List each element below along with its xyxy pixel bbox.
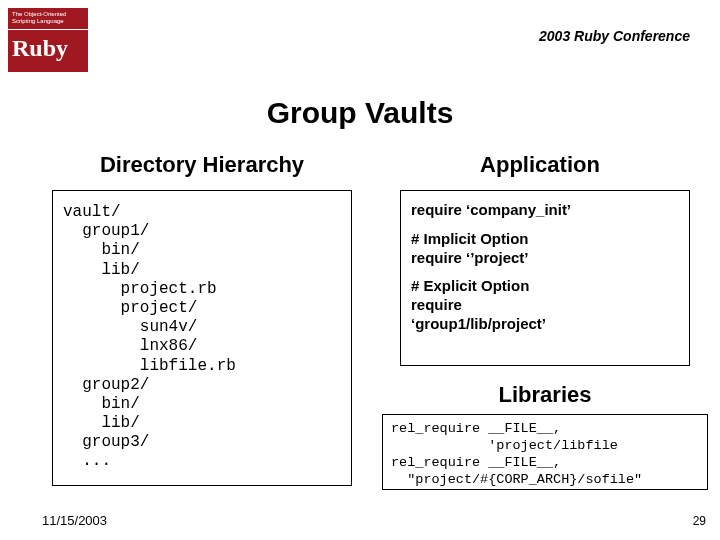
logo-text: Ruby: [8, 30, 88, 67]
conference-label: 2003 Ruby Conference: [539, 28, 690, 44]
app-line: # Explicit Option: [411, 277, 679, 296]
app-line: # Implicit Option: [411, 230, 679, 249]
application-code-box: require ‘company_init’ # Implicit Option…: [400, 190, 690, 366]
directory-tree-box: vault/ group1/ bin/ lib/ project.rb proj…: [52, 190, 352, 486]
logo-tagline: The Object-Oriented Scripting Language: [8, 8, 88, 30]
app-line: require ‘company_init’: [411, 201, 679, 220]
app-line: ‘group1/lib/project’: [411, 315, 679, 334]
app-line: require: [411, 296, 679, 315]
ruby-logo: The Object-Oriented Scripting Language R…: [8, 8, 88, 72]
footer-page-number: 29: [693, 514, 706, 528]
libraries-code-box: rel_require __FILE__, 'project/libfile r…: [382, 414, 708, 490]
heading-libraries: Libraries: [400, 382, 690, 408]
slide-title: Group Vaults: [0, 96, 720, 130]
footer-date: 11/15/2003: [42, 513, 107, 528]
heading-directory: Directory Hierarchy: [52, 152, 352, 178]
app-line: require ‘’project’: [411, 249, 679, 268]
heading-application: Application: [400, 152, 680, 178]
